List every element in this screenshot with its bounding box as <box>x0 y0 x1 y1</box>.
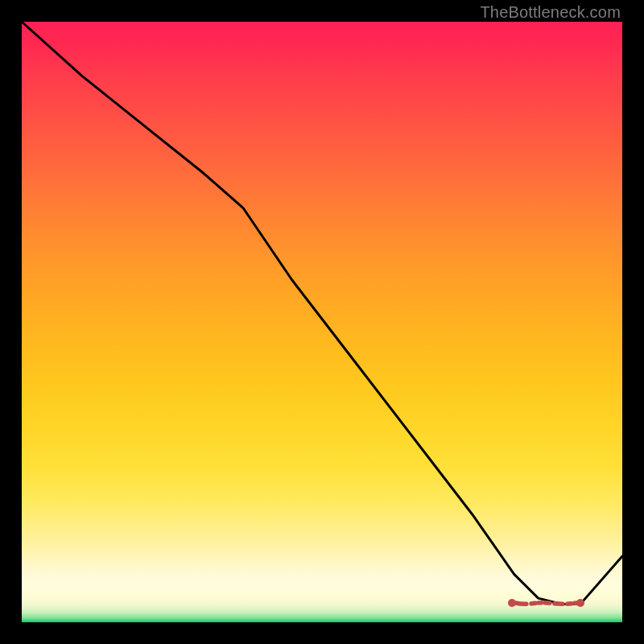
svg-point-1 <box>576 599 584 607</box>
chart-frame: TheBottleneck.com <box>0 0 644 644</box>
chart-overlay <box>22 22 622 622</box>
watermark-text: TheBottleneck.com <box>480 3 621 22</box>
bottleneck-curve <box>22 22 622 605</box>
